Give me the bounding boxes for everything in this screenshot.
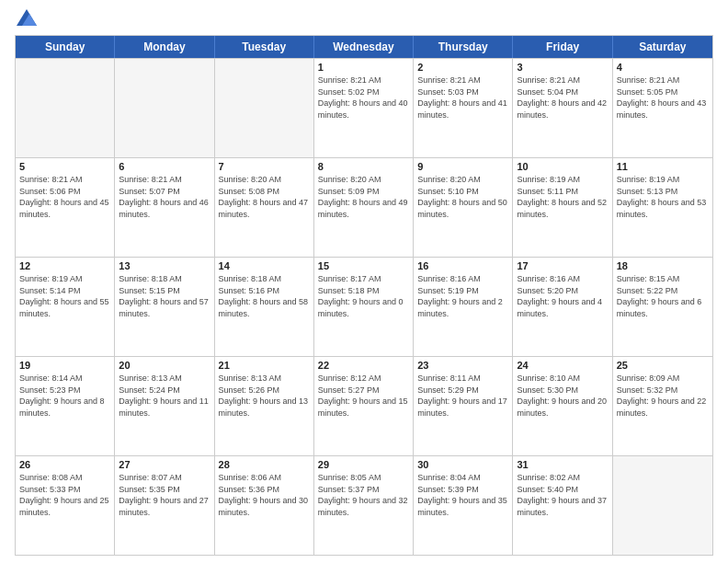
day-number: 19 (19, 360, 110, 371)
calendar-cell: 17Sunrise: 8:16 AM Sunset: 5:20 PM Dayli… (513, 258, 612, 356)
day-number: 12 (19, 260, 110, 271)
calendar-cell: 21Sunrise: 8:13 AM Sunset: 5:26 PM Dayli… (215, 357, 314, 455)
day-number: 21 (219, 360, 310, 371)
day-number: 15 (318, 260, 409, 271)
calendar-cell: 18Sunrise: 8:15 AM Sunset: 5:22 PM Dayli… (613, 258, 712, 356)
day-number: 20 (119, 360, 210, 371)
calendar-cell: 5Sunrise: 8:21 AM Sunset: 5:06 PM Daylig… (16, 158, 115, 257)
calendar-cell: 27Sunrise: 8:07 AM Sunset: 5:35 PM Dayli… (115, 456, 214, 555)
calendar-cell: 11Sunrise: 8:19 AM Sunset: 5:13 PM Dayli… (613, 158, 712, 257)
day-number: 29 (318, 459, 409, 470)
day-number: 2 (417, 62, 508, 73)
header-cell-monday: Monday (115, 36, 214, 58)
calendar-cell: 29Sunrise: 8:05 AM Sunset: 5:37 PM Dayli… (314, 456, 414, 555)
day-info: Sunrise: 8:16 AM Sunset: 5:19 PM Dayligh… (417, 273, 508, 319)
day-number: 8 (318, 161, 409, 172)
calendar-cell: 20Sunrise: 8:13 AM Sunset: 5:24 PM Dayli… (115, 357, 214, 455)
day-number: 16 (417, 260, 508, 271)
day-info: Sunrise: 8:04 AM Sunset: 5:39 PM Dayligh… (417, 472, 508, 518)
day-info: Sunrise: 8:10 AM Sunset: 5:30 PM Dayligh… (517, 373, 608, 419)
day-number: 10 (517, 161, 608, 172)
calendar-cell: 16Sunrise: 8:16 AM Sunset: 5:19 PM Dayli… (414, 258, 513, 356)
calendar-body: 1Sunrise: 8:21 AM Sunset: 5:02 PM Daylig… (16, 58, 712, 555)
day-number: 25 (617, 360, 709, 371)
day-number: 22 (318, 360, 409, 371)
day-number: 1 (318, 62, 409, 73)
calendar-cell: 3Sunrise: 8:21 AM Sunset: 5:04 PM Daylig… (513, 59, 612, 157)
calendar-cell: 6Sunrise: 8:21 AM Sunset: 5:07 PM Daylig… (115, 158, 214, 257)
day-number: 7 (219, 161, 310, 172)
calendar-header: SundayMondayTuesdayWednesdayThursdayFrid… (16, 36, 712, 58)
day-info: Sunrise: 8:21 AM Sunset: 5:04 PM Dayligh… (517, 75, 608, 121)
day-number: 6 (119, 161, 210, 172)
day-number: 11 (617, 161, 709, 172)
day-info: Sunrise: 8:06 AM Sunset: 5:36 PM Dayligh… (219, 472, 310, 518)
calendar-cell: 15Sunrise: 8:17 AM Sunset: 5:18 PM Dayli… (314, 258, 414, 356)
day-info: Sunrise: 8:09 AM Sunset: 5:32 PM Dayligh… (617, 373, 709, 419)
logo (15, 11, 37, 28)
day-info: Sunrise: 8:17 AM Sunset: 5:18 PM Dayligh… (318, 273, 409, 319)
day-info: Sunrise: 8:14 AM Sunset: 5:23 PM Dayligh… (19, 373, 110, 419)
day-info: Sunrise: 8:12 AM Sunset: 5:27 PM Dayligh… (318, 373, 409, 419)
calendar-cell: 1Sunrise: 8:21 AM Sunset: 5:02 PM Daylig… (314, 59, 414, 157)
day-info: Sunrise: 8:19 AM Sunset: 5:13 PM Dayligh… (617, 174, 709, 220)
day-info: Sunrise: 8:05 AM Sunset: 5:37 PM Dayligh… (318, 472, 409, 518)
calendar-row-2: 5Sunrise: 8:21 AM Sunset: 5:06 PM Daylig… (16, 157, 712, 257)
calendar-cell: 10Sunrise: 8:19 AM Sunset: 5:11 PM Dayli… (513, 158, 612, 257)
header-cell-thursday: Thursday (414, 36, 513, 58)
header-cell-sunday: Sunday (16, 36, 115, 58)
day-info: Sunrise: 8:18 AM Sunset: 5:15 PM Dayligh… (119, 273, 210, 319)
header-cell-tuesday: Tuesday (215, 36, 314, 58)
day-number: 9 (417, 161, 508, 172)
header-cell-wednesday: Wednesday (314, 36, 414, 58)
day-number: 24 (517, 360, 608, 371)
day-info: Sunrise: 8:15 AM Sunset: 5:22 PM Dayligh… (617, 273, 709, 319)
day-number: 27 (119, 459, 210, 470)
day-info: Sunrise: 8:21 AM Sunset: 5:07 PM Dayligh… (119, 174, 210, 220)
logo-icon (17, 9, 37, 26)
day-info: Sunrise: 8:21 AM Sunset: 5:02 PM Dayligh… (318, 75, 409, 121)
day-info: Sunrise: 8:21 AM Sunset: 5:03 PM Dayligh… (417, 75, 508, 121)
day-info: Sunrise: 8:19 AM Sunset: 5:11 PM Dayligh… (517, 174, 608, 220)
day-info: Sunrise: 8:11 AM Sunset: 5:29 PM Dayligh… (417, 373, 508, 419)
calendar-cell (215, 59, 314, 157)
calendar: SundayMondayTuesdayWednesdayThursdayFrid… (15, 35, 713, 556)
day-info: Sunrise: 8:19 AM Sunset: 5:14 PM Dayligh… (19, 273, 110, 319)
header-cell-saturday: Saturday (613, 36, 712, 58)
day-info: Sunrise: 8:16 AM Sunset: 5:20 PM Dayligh… (517, 273, 608, 319)
calendar-cell: 19Sunrise: 8:14 AM Sunset: 5:23 PM Dayli… (16, 357, 115, 455)
calendar-cell: 24Sunrise: 8:10 AM Sunset: 5:30 PM Dayli… (513, 357, 612, 455)
calendar-row-1: 1Sunrise: 8:21 AM Sunset: 5:02 PM Daylig… (16, 58, 712, 157)
calendar-cell (115, 59, 214, 157)
calendar-cell: 31Sunrise: 8:02 AM Sunset: 5:40 PM Dayli… (513, 456, 612, 555)
calendar-cell (16, 59, 115, 157)
day-number: 18 (617, 260, 709, 271)
calendar-cell: 25Sunrise: 8:09 AM Sunset: 5:32 PM Dayli… (613, 357, 712, 455)
header (15, 11, 713, 28)
day-info: Sunrise: 8:08 AM Sunset: 5:33 PM Dayligh… (19, 472, 110, 518)
day-info: Sunrise: 8:20 AM Sunset: 5:08 PM Dayligh… (219, 174, 310, 220)
calendar-cell: 7Sunrise: 8:20 AM Sunset: 5:08 PM Daylig… (215, 158, 314, 257)
day-number: 13 (119, 260, 210, 271)
calendar-row-5: 26Sunrise: 8:08 AM Sunset: 5:33 PM Dayli… (16, 455, 712, 555)
day-number: 3 (517, 62, 608, 73)
calendar-row-3: 12Sunrise: 8:19 AM Sunset: 5:14 PM Dayli… (16, 257, 712, 356)
calendar-cell: 2Sunrise: 8:21 AM Sunset: 5:03 PM Daylig… (414, 59, 513, 157)
calendar-cell: 23Sunrise: 8:11 AM Sunset: 5:29 PM Dayli… (414, 357, 513, 455)
calendar-cell: 26Sunrise: 8:08 AM Sunset: 5:33 PM Dayli… (16, 456, 115, 555)
calendar-cell (613, 456, 712, 555)
calendar-cell: 30Sunrise: 8:04 AM Sunset: 5:39 PM Dayli… (414, 456, 513, 555)
calendar-cell: 8Sunrise: 8:20 AM Sunset: 5:09 PM Daylig… (314, 158, 414, 257)
day-number: 14 (219, 260, 310, 271)
calendar-cell: 22Sunrise: 8:12 AM Sunset: 5:27 PM Dayli… (314, 357, 414, 455)
day-number: 28 (219, 459, 310, 470)
day-info: Sunrise: 8:07 AM Sunset: 5:35 PM Dayligh… (119, 472, 210, 518)
calendar-row-4: 19Sunrise: 8:14 AM Sunset: 5:23 PM Dayli… (16, 356, 712, 455)
header-cell-friday: Friday (513, 36, 612, 58)
day-number: 17 (517, 260, 608, 271)
day-number: 23 (417, 360, 508, 371)
day-info: Sunrise: 8:18 AM Sunset: 5:16 PM Dayligh… (219, 273, 310, 319)
day-number: 30 (417, 459, 508, 470)
calendar-cell: 12Sunrise: 8:19 AM Sunset: 5:14 PM Dayli… (16, 258, 115, 356)
calendar-cell: 13Sunrise: 8:18 AM Sunset: 5:15 PM Dayli… (115, 258, 214, 356)
